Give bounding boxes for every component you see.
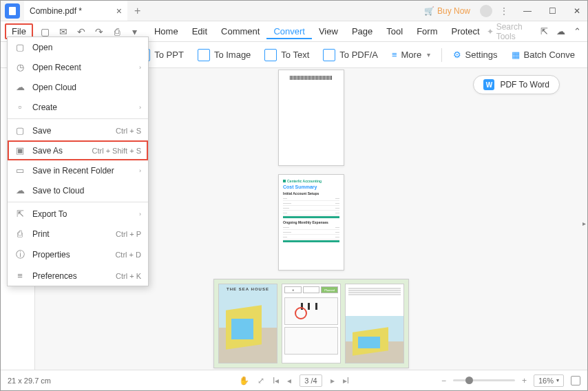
panel-left: THE SEA HOUSE — [218, 284, 277, 363]
statusbar: 21 x 29.7 cm ✋ ⤢ I◂ ◂ 3 /4 ▸ ▸I − + 16%▾ — [1, 370, 587, 390]
menu-properties[interactable]: ⓘPropertiesCtrl + D — [8, 244, 148, 266]
menu-convert[interactable]: Convert — [266, 23, 312, 39]
save-as-icon: ▣ — [14, 145, 25, 156]
menu-print[interactable]: ⎙PrintCtrl + P — [8, 224, 148, 244]
menu-protect[interactable]: Protect — [444, 23, 486, 39]
user-avatar[interactable] — [480, 5, 492, 17]
menu-page[interactable]: Page — [345, 23, 379, 39]
cloud-icon[interactable]: ☁ — [555, 25, 566, 39]
hand-tool-icon[interactable]: ✋ — [239, 376, 249, 385]
prev-page-button[interactable]: ◂ — [287, 376, 291, 385]
minimize-button[interactable]: — — [517, 1, 538, 21]
menu-comment[interactable]: Comment — [214, 23, 266, 39]
mail-icon[interactable]: ✉ — [58, 26, 69, 37]
redo-icon[interactable]: ↷ — [94, 26, 105, 37]
settings-button[interactable]: ⚙Settings — [448, 47, 503, 63]
page-dimensions: 21 x 29.7 cm — [8, 377, 51, 385]
batch-convert-button[interactable]: ▦Batch Conve — [506, 47, 580, 63]
sliders-icon: ≡ — [14, 271, 25, 281]
folder-open-icon: ▢ — [14, 42, 25, 52]
last-page-button[interactable]: ▸I — [343, 376, 349, 385]
slider-thumb[interactable] — [465, 377, 473, 384]
to-pdfa-button[interactable]: To PDF/A — [317, 46, 384, 64]
zoom-slider[interactable] — [453, 379, 515, 381]
page2-title: Cost Summary — [283, 184, 339, 189]
scroll-indicator-right[interactable]: ▸ — [582, 220, 586, 227]
close-tab-icon[interactable]: × — [116, 6, 122, 17]
menu-save-as[interactable]: ▣Save AsCtrl + Shift + S — [8, 140, 148, 160]
clock-icon: ◷ — [14, 62, 25, 72]
cloud-icon: ☁ — [14, 82, 25, 92]
menu-save-cloud[interactable]: ☁Save to Cloud — [8, 180, 148, 200]
app-icon — [5, 3, 20, 19]
menu-save[interactable]: ▢SaveCtrl + S — [8, 120, 148, 140]
menu-create[interactable]: ▫Create› — [8, 97, 148, 117]
menu-view[interactable]: View — [312, 23, 345, 39]
more-icon: ≡ — [392, 50, 397, 60]
file-menu-dropdown: ▢Open ◷Open Recent› ☁Open Cloud ▫Create›… — [7, 36, 149, 286]
close-window-button[interactable]: ✕ — [567, 1, 587, 21]
kebab-menu-icon[interactable]: ⋮ — [499, 6, 509, 17]
chevron-right-icon: › — [139, 167, 141, 174]
fit-page-icon[interactable] — [571, 376, 580, 385]
chevron-right-icon: › — [139, 64, 141, 71]
page-1-thumb[interactable] — [278, 70, 344, 166]
print-icon[interactable]: ⎙ — [112, 26, 123, 37]
to-image-button[interactable]: To Image — [192, 46, 256, 64]
chevron-down-icon: ▾ — [427, 51, 430, 59]
first-page-button[interactable]: I◂ — [273, 376, 279, 385]
buy-now-button[interactable]: 🛒 Buy Now — [424, 6, 470, 16]
select-tool-icon[interactable]: ⤢ — [258, 376, 264, 385]
dropdown-icon[interactable]: ▾ — [129, 26, 140, 37]
next-page-button[interactable]: ▸ — [330, 376, 335, 385]
panel-right — [345, 284, 404, 363]
document-tab[interactable]: Combine.pdf * × — [24, 1, 127, 21]
separator — [8, 118, 148, 119]
page2-section1: Initial Account Setups — [283, 191, 339, 196]
search-tools[interactable]: ✦ Search Tools — [487, 22, 534, 41]
page2-brand: Centerlic Accounting — [283, 179, 339, 183]
share-icon[interactable]: ⇱ — [538, 25, 549, 39]
printer-icon: ⎙ — [14, 229, 25, 239]
zoom-in-button[interactable]: + — [522, 376, 527, 385]
to-text-button[interactable]: To Text — [259, 46, 315, 64]
menu-form[interactable]: Form — [410, 23, 444, 39]
page-2-thumb[interactable]: Centerlic Accounting Cost Summary Initia… — [278, 174, 344, 271]
zoom-out-button[interactable]: − — [441, 376, 446, 385]
menu-open-recent[interactable]: ◷Open Recent› — [8, 57, 148, 77]
zoom-level[interactable]: 16%▾ — [534, 374, 564, 387]
menu-open[interactable]: ▢Open — [8, 37, 148, 57]
menu-edit[interactable]: Edit — [185, 23, 214, 39]
menu-save-recent[interactable]: ▭Save in Recent Folder› — [8, 160, 148, 180]
image-icon — [198, 49, 210, 61]
menu-export[interactable]: ⇱Export To› — [8, 204, 148, 224]
separator — [8, 202, 148, 202]
collapse-icon[interactable]: ⌃ — [572, 25, 583, 39]
export-icon: ⇱ — [14, 209, 25, 219]
menu-open-cloud[interactable]: ☁Open Cloud — [8, 77, 148, 97]
page-3-thumb[interactable]: THE SEA HOUSE ✕Planned — [213, 279, 409, 368]
menu-tool[interactable]: Tool — [379, 23, 410, 39]
add-tab-button[interactable]: + — [134, 5, 140, 17]
more-button[interactable]: ≡More▾ — [386, 47, 436, 63]
titlebar: Combine.pdf * × + 🛒 Buy Now ⋮ — ☐ ✕ — [1, 1, 587, 21]
cloud-up-icon: ☁ — [14, 185, 25, 196]
file-icon: ▫ — [14, 102, 25, 112]
info-icon: ⓘ — [14, 249, 25, 261]
undo-icon[interactable]: ↶ — [76, 26, 87, 37]
menu-home[interactable]: Home — [147, 23, 185, 39]
chevron-right-icon: › — [139, 104, 141, 111]
save-icon[interactable]: ▢ — [40, 26, 51, 37]
pdf-to-word-button[interactable]: W PDF To Word — [473, 75, 560, 94]
batch-icon: ▦ — [512, 50, 520, 60]
page-indicator[interactable]: 3 /4 — [300, 374, 322, 387]
save-icon: ▢ — [14, 125, 25, 136]
maximize-button[interactable]: ☐ — [542, 1, 563, 21]
page2-section2: Ongoing Monthly Expenses — [283, 220, 339, 224]
quick-access-icons: ▢ ✉ ↶ ↷ ⎙ ▾ — [40, 26, 140, 37]
cart-icon: 🛒 — [424, 6, 434, 16]
wand-icon: ✦ — [487, 27, 494, 36]
word-icon: W — [483, 79, 494, 90]
menu-preferences[interactable]: ≡PreferencesCtrl + K — [8, 266, 148, 286]
text-icon — [264, 49, 277, 61]
